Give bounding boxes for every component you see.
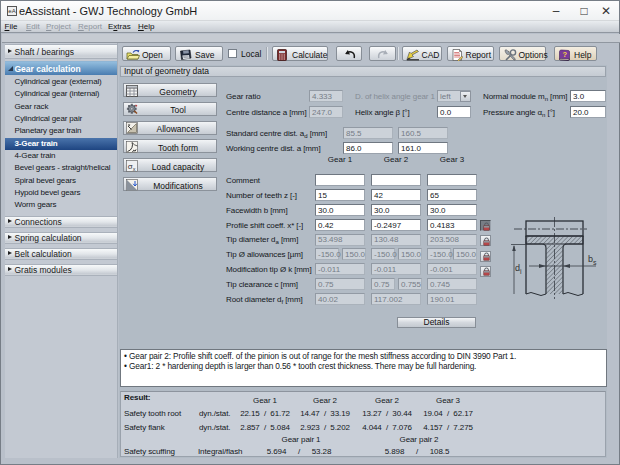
svg-text:s: s (593, 259, 597, 266)
svg-text:x: x (132, 165, 135, 171)
svg-text:i: i (520, 268, 522, 275)
svg-text:?: ? (563, 50, 568, 59)
